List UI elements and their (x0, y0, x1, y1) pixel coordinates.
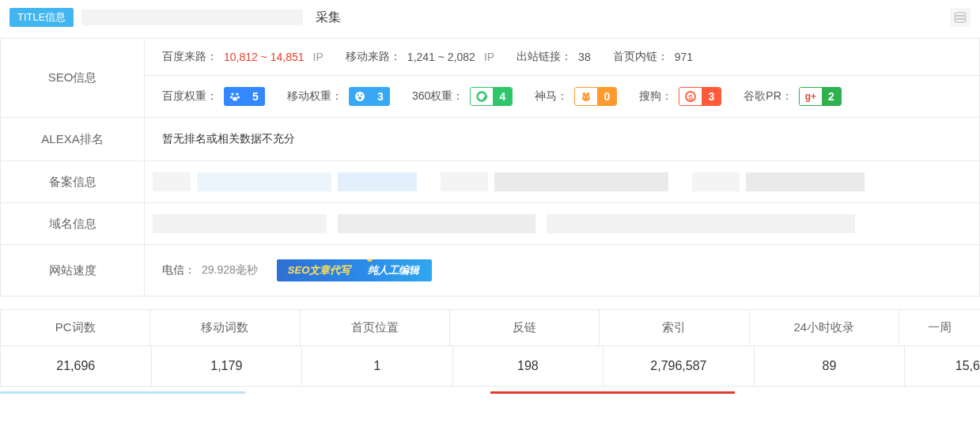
inbound-label: 首页内链： (613, 50, 668, 64)
alexa-value: 暂无排名或相关数据不充分 (162, 132, 295, 146)
svg-point-7 (233, 97, 237, 101)
stripe (735, 391, 980, 394)
shenma-weight: 神马： 0 (535, 87, 617, 106)
svg-point-8 (355, 92, 365, 101)
icp-content (145, 161, 979, 202)
alexa-row: ALEXA排名 暂无排名或相关数据不充分 (1, 118, 979, 161)
alexa-label: ALEXA排名 (1, 118, 145, 161)
mobile-weight-badge[interactable]: 3 (349, 87, 390, 106)
inbound-value: 971 (675, 51, 693, 63)
mobile-weight-label: 移动权重： (287, 89, 342, 104)
title-suffix: 采集 (316, 9, 341, 26)
alexa-content: 暂无排名或相关数据不充分 (145, 118, 979, 161)
baidu-traffic: 百度来路： 10,812 ~ 14,851 IP (162, 50, 324, 64)
svg-point-5 (230, 96, 233, 98)
stats-h-week[interactable]: 一周 (899, 310, 980, 346)
stats-v-homepage: 1 (302, 346, 453, 387)
stats-v-week: 15,6 (905, 346, 980, 387)
w360-num: 4 (493, 87, 512, 106)
domain-label: 域名信息 (1, 203, 145, 244)
baidu-traffic-label: 百度来路： (162, 50, 218, 64)
shenma-icon (575, 87, 597, 106)
domain-content (145, 203, 979, 244)
layers-icon[interactable] (950, 8, 971, 27)
baidu-weight-num: 5 (246, 87, 265, 106)
speed-label: 网站速度 (1, 245, 145, 296)
seo-label: SEO信息 (1, 39, 145, 117)
promo-left: SEO文章代写 (277, 259, 360, 281)
speed-row: 网站速度 电信： 29.928毫秒 SEO文章代写 纯人工编辑 (1, 245, 979, 296)
seo-traffic-row: 百度来路： 10,812 ~ 14,851 IP 移动来路： 1,241 ~ 2… (145, 39, 979, 76)
baidu-traffic-value: 10,812 ~ 14,851 (224, 51, 305, 63)
stripe (0, 391, 245, 394)
baidu-weight-badge[interactable]: 5 (224, 87, 265, 106)
svg-point-10 (361, 94, 362, 96)
redacted (338, 214, 535, 233)
stats-header-row: PC词数 移动词数 首页位置 反链 索引 24小时收录 一周 (1, 310, 980, 346)
redacted (692, 172, 740, 191)
stats-h-mobile[interactable]: 移动词数 (150, 310, 300, 346)
shenma-badge[interactable]: 0 (574, 87, 617, 106)
stats-h-homepage[interactable]: 首页位置 (301, 310, 450, 346)
speed-content: 电信： 29.928毫秒 SEO文章代写 纯人工编辑 (145, 245, 979, 296)
svg-point-6 (237, 96, 240, 98)
stats-table: PC词数 移动词数 首页位置 反链 索引 24小时收录 一周 21,696 1,… (0, 309, 980, 387)
mobile-traffic: 移动来路： 1,241 ~ 2,082 IP (346, 50, 494, 64)
w360-badge[interactable]: 4 (470, 87, 513, 106)
svg-point-11 (358, 96, 361, 100)
seo-content: 百度来路： 10,812 ~ 14,851 IP 移动来路： 1,241 ~ 2… (145, 39, 979, 117)
mobile-traffic-value: 1,241 ~ 2,082 (407, 51, 475, 63)
outbound-links: 出站链接： 38 (516, 50, 591, 64)
speed-value: 29.928毫秒 (202, 263, 258, 278)
icp-label: 备案信息 (1, 161, 145, 202)
redacted (153, 172, 191, 191)
svg-point-9 (358, 94, 359, 96)
svg-point-15 (587, 93, 590, 96)
google-pr-badge[interactable]: g+ 2 (799, 87, 842, 106)
mobile-weight: 移动权重： 3 (287, 87, 390, 106)
svg-point-17 (587, 96, 588, 98)
stats-v-index: 2,796,587 (604, 346, 755, 387)
domain-row: 域名信息 (1, 203, 979, 245)
title-bar: TITLE信息 采集 (0, 0, 980, 38)
ip-unit: IP (484, 51, 494, 63)
redacted (547, 214, 855, 233)
seo-weight-row: 百度权重： 5 移动权重： 3 (145, 76, 979, 117)
google-pr-label: 谷歌PR： (744, 89, 792, 104)
promo-banner[interactable]: SEO文章代写 纯人工编辑 (277, 259, 432, 281)
mobile-paw-icon (349, 87, 371, 106)
google-pr-num: 2 (822, 87, 841, 106)
redacted (441, 172, 488, 191)
stripe (245, 391, 490, 394)
google-pr: 谷歌PR： g+ 2 (744, 87, 841, 106)
layers-svg (953, 11, 967, 24)
mobile-traffic-label: 移动来路： (346, 50, 401, 64)
bottom-stripes (0, 391, 980, 394)
redacted (197, 172, 331, 191)
sogou-badge[interactable]: S 3 (679, 87, 721, 106)
svg-point-14 (583, 93, 586, 96)
stats-v-mobile: 1,179 (152, 346, 303, 387)
stats-h-24h[interactable]: 24小时收录 (750, 310, 899, 346)
outbound-label: 出站链接： (516, 50, 572, 64)
stats-h-pc[interactable]: PC词数 (1, 310, 150, 346)
baidu-paw-icon (224, 87, 246, 106)
baidu-weight-label: 百度权重： (162, 89, 218, 104)
speed-provider: 电信： (162, 263, 195, 278)
svg-point-4 (236, 93, 238, 95)
stats-v-pc: 21,696 (1, 346, 152, 387)
info-table: SEO信息 百度来路： 10,812 ~ 14,851 IP 移动来路： 1,2… (0, 38, 980, 296)
ip-unit: IP (313, 51, 324, 63)
stats-h-index[interactable]: 索引 (600, 310, 749, 346)
promo-right: 纯人工编辑 (360, 259, 432, 281)
shenma-num: 0 (597, 87, 616, 106)
redacted (338, 172, 417, 191)
redacted-title-text (81, 9, 303, 25)
stats-h-backlinks[interactable]: 反链 (450, 310, 600, 346)
outbound-value: 38 (578, 51, 591, 63)
redacted (494, 172, 668, 191)
svg-text:S: S (688, 93, 693, 101)
stats-value-row: 21,696 1,179 1 198 2,796,587 89 15,6 (1, 346, 980, 387)
stripe (490, 391, 736, 394)
mobile-weight-num: 3 (371, 87, 390, 106)
